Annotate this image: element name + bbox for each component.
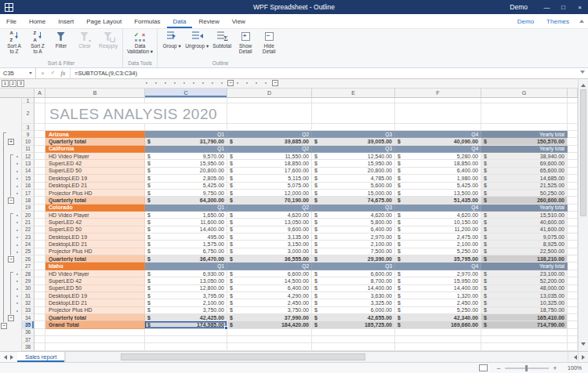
row-header-18[interactable]: 18 [22, 197, 34, 204]
cell-H26[interactable] [568, 255, 578, 263]
cell-A15[interactable] [34, 175, 45, 182]
cell-A36[interactable] [34, 329, 45, 336]
cell-F11[interactable]: Q4 [395, 146, 481, 153]
cell-F2[interactable] [395, 103, 481, 124]
row-header-33[interactable]: 33 [22, 307, 34, 314]
cell-C16[interactable]: $5,425.00 [145, 183, 227, 190]
cell-F31[interactable]: $1,320.00 [395, 292, 481, 299]
cell-F17[interactable]: $13,500.00 [395, 190, 481, 197]
cell-E15[interactable]: $4,785.00 [312, 175, 395, 182]
cell-G36[interactable] [481, 329, 568, 336]
cell-C23[interactable]: $495.00 [145, 234, 227, 241]
cell-D3[interactable] [227, 124, 312, 131]
cell-B10[interactable]: Quarterly total [45, 138, 145, 145]
cell-A10[interactable] [34, 138, 45, 145]
cell-F37[interactable] [395, 336, 481, 343]
cell-H28[interactable] [568, 270, 578, 277]
insert-function-icon[interactable]: fx [58, 70, 68, 77]
cell-D28[interactable]: $6,600.00 [227, 270, 312, 277]
cell-B33[interactable]: Projector Plus HD [45, 307, 145, 314]
cell-G16[interactable]: $21,525.00 [481, 183, 568, 190]
tab-insert[interactable]: Insert [52, 14, 80, 28]
cell-C31[interactable]: $3,795.00 [145, 292, 227, 299]
cell-D19[interactable]: Q2 [227, 205, 312, 212]
cell-C34[interactable]: $42,425.00 [145, 314, 227, 321]
cell-C22[interactable]: $14,400.00 [145, 226, 227, 234]
cell-A28[interactable] [34, 270, 45, 277]
cell-H11[interactable] [568, 146, 578, 153]
cell-H24[interactable] [568, 241, 578, 248]
cell-H36[interactable] [568, 329, 578, 336]
cell-G18[interactable]: $260,600.00 [481, 197, 568, 204]
row-header-25[interactable]: 25 [22, 248, 34, 255]
zoom-level[interactable]: 100% [560, 365, 588, 371]
cell-E28[interactable]: $6,600.00 [312, 270, 395, 277]
cell-E16[interactable]: $5,600.00 [312, 183, 395, 190]
cell-D15[interactable]: $5,115.00 [227, 175, 312, 182]
cell-D9[interactable]: Q2 [227, 131, 312, 138]
cell-E26[interactable]: $29,390.00 [312, 255, 395, 263]
cell-D12[interactable]: $11,550.00 [227, 153, 312, 160]
cell-E18[interactable]: $74,675.00 [312, 197, 395, 204]
row-header-13[interactable]: 13 [22, 160, 34, 167]
cell-B31[interactable]: DesktopLED 19 [45, 292, 145, 299]
cell-G37[interactable] [481, 336, 568, 343]
cell-G29[interactable]: $52,200.00 [481, 277, 568, 284]
cell-D30[interactable]: $6,400.00 [227, 285, 312, 292]
cell-F22[interactable]: $11,200.00 [395, 226, 481, 234]
cell-H10[interactable] [568, 138, 578, 145]
cell-C1[interactable] [145, 98, 227, 103]
column-group-collapse-button-1[interactable]: − [227, 80, 234, 86]
cell-C35[interactable]: $174,985.00 [145, 321, 227, 328]
cell-C26[interactable]: $36,470.00 [145, 255, 227, 263]
cell-H35[interactable] [568, 321, 578, 328]
column-header-C[interactable]: C [145, 89, 227, 97]
cell-H12[interactable] [568, 153, 578, 160]
cell-B18[interactable]: Quarterly total [45, 197, 145, 204]
cell-G33[interactable]: $18,750.00 [481, 307, 568, 314]
cell-E33[interactable]: $6,000.00 [312, 307, 395, 314]
cell-H20[interactable] [568, 212, 578, 219]
cell-B11[interactable]: California [45, 146, 145, 153]
cell-G13[interactable]: $69,600.00 [481, 160, 568, 167]
cell-F19[interactable]: Q4 [395, 205, 481, 212]
column-header-D[interactable]: D [227, 89, 312, 97]
tab-page-layout[interactable]: Page Layout [80, 14, 128, 28]
cell-F28[interactable]: $2,970.00 [395, 270, 481, 277]
close-button[interactable]: × [572, 0, 588, 14]
row-header-20[interactable]: 20 [22, 212, 34, 219]
name-box-dropdown-icon[interactable] [29, 72, 32, 76]
horizontal-scrollbar[interactable] [65, 352, 568, 362]
cell-F10[interactable]: $40,090.00 [395, 138, 481, 145]
cell-E35[interactable]: $185,725.00 [312, 321, 395, 328]
vertical-scroll-thumb[interactable] [580, 89, 586, 216]
cell-H22[interactable] [568, 226, 578, 234]
outline-level-3-button[interactable]: 3 [17, 80, 24, 87]
tab-home[interactable]: Home [23, 14, 52, 28]
cell-G9[interactable]: Yearly total [481, 131, 568, 138]
cell-A2[interactable] [34, 103, 45, 124]
column-header-B[interactable]: B [45, 89, 145, 97]
cell-C3[interactable] [145, 124, 227, 131]
cell-F3[interactable] [395, 124, 481, 131]
cell-F20[interactable]: $4,620.00 [395, 212, 481, 219]
cell-D27[interactable]: Q2 [227, 263, 312, 270]
cell-D16[interactable]: $5,075.00 [227, 183, 312, 190]
cell-D14[interactable]: $17,600.00 [227, 168, 312, 175]
cell-E36[interactable] [312, 329, 395, 336]
cell-C9[interactable]: Q1 [145, 131, 227, 138]
row-header-11[interactable]: 11 [22, 146, 34, 153]
row-header-36[interactable]: 36 [22, 329, 34, 336]
cell-B38[interactable] [45, 343, 145, 350]
tab-data[interactable]: Data [167, 14, 193, 28]
cell-A34[interactable] [34, 314, 45, 321]
cell-H34[interactable] [568, 314, 578, 321]
column-header-F[interactable]: F [395, 89, 481, 97]
cell-F29[interactable]: $15,950.00 [395, 277, 481, 284]
cell-A32[interactable] [34, 299, 45, 306]
outline-expand-group-button[interactable]: + [8, 139, 14, 145]
outline-collapse-group-button-2[interactable]: − [8, 256, 14, 263]
cell-B26[interactable]: Quarterly total [45, 255, 145, 263]
subtotal-button[interactable]: ΣSubtotal [210, 30, 234, 49]
cell-G11[interactable]: Yearly total [481, 146, 568, 153]
